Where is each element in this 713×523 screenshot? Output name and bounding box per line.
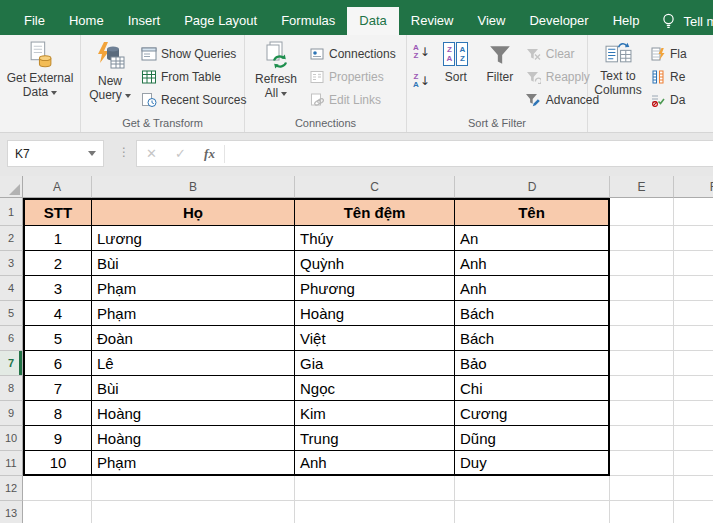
cell-B12[interactable] — [92, 476, 295, 501]
cell-D10[interactable]: Dũng — [455, 426, 610, 451]
insert-function-icon[interactable]: fx — [195, 146, 224, 162]
column-header-F[interactable]: F — [674, 176, 713, 198]
row-header-10[interactable]: 10 — [0, 426, 23, 451]
tab-help[interactable]: Help — [601, 7, 652, 35]
row-header-9[interactable]: 9 — [0, 401, 23, 426]
cell-F5[interactable] — [674, 301, 713, 326]
cell-A5[interactable]: 4 — [23, 301, 92, 326]
row-header-6[interactable]: 6 — [0, 326, 23, 351]
cell-C10[interactable]: Trung — [295, 426, 455, 451]
cell-C3[interactable]: Quỳnh — [295, 251, 455, 276]
name-box[interactable]: K7 — [7, 140, 104, 167]
cell-C6[interactable]: Việt — [295, 326, 455, 351]
edit-links-button[interactable]: Edit Links — [305, 88, 399, 111]
column-header-E[interactable]: E — [610, 176, 674, 198]
cell-B6[interactable]: Đoàn — [92, 326, 295, 351]
cell-F8[interactable] — [674, 376, 713, 401]
cell-D5[interactable]: Bách — [455, 301, 610, 326]
tab-home[interactable]: Home — [57, 7, 116, 35]
formula-input[interactable] — [225, 141, 713, 166]
cell-B13[interactable] — [92, 501, 295, 523]
tab-data[interactable]: Data — [347, 7, 398, 35]
row-header-8[interactable]: 8 — [0, 376, 23, 401]
cell-E8[interactable] — [610, 376, 674, 401]
cell-D12[interactable] — [455, 476, 610, 501]
cell-E12[interactable] — [610, 476, 674, 501]
cell-C1[interactable]: Tên đệm — [295, 198, 455, 226]
cell-A10[interactable]: 9 — [23, 426, 92, 451]
row-header-3[interactable]: 3 — [0, 251, 23, 276]
tab-insert[interactable]: Insert — [116, 7, 173, 35]
cell-D9[interactable]: Cương — [455, 401, 610, 426]
formula-bar-grip[interactable]: ⋮ — [118, 145, 130, 159]
tab-review[interactable]: Review — [399, 7, 466, 35]
cell-B10[interactable]: Hoàng — [92, 426, 295, 451]
cell-A1[interactable]: STT — [23, 198, 92, 226]
cell-B11[interactable]: Phạm — [92, 451, 295, 476]
filter-button[interactable]: Filter — [478, 37, 522, 115]
cell-B2[interactable]: Lương — [92, 226, 295, 251]
name-box-dropdown-icon[interactable] — [88, 151, 96, 156]
confirm-entry-icon[interactable]: ✓ — [166, 146, 195, 161]
cell-C13[interactable] — [295, 501, 455, 523]
cell-A2[interactable]: 1 — [23, 226, 92, 251]
cell-E3[interactable] — [610, 251, 674, 276]
cell-D8[interactable]: Chi — [455, 376, 610, 401]
cell-F10[interactable] — [674, 426, 713, 451]
from-table-button[interactable]: From Table — [137, 65, 249, 88]
cell-D6[interactable]: Bách — [455, 326, 610, 351]
cell-E13[interactable] — [610, 501, 674, 523]
cell-C7[interactable]: Gia — [295, 351, 455, 376]
cell-D2[interactable]: An — [455, 226, 610, 251]
cell-B5[interactable]: Phạm — [92, 301, 295, 326]
cell-E11[interactable] — [610, 451, 674, 476]
data-validation-button[interactable]: Da — [646, 88, 690, 111]
sort-button[interactable]: ZAAZ Sort — [434, 37, 478, 115]
row-header-1[interactable]: 1 — [0, 198, 23, 226]
row-header-7[interactable]: 7 — [0, 351, 23, 376]
row-header-2[interactable]: 2 — [0, 226, 23, 251]
tab-view[interactable]: View — [465, 7, 517, 35]
text-to-columns-button[interactable]: Text to Columns — [590, 37, 646, 115]
cell-B4[interactable]: Phạm — [92, 276, 295, 301]
cell-C4[interactable]: Phương — [295, 276, 455, 301]
cell-C12[interactable] — [295, 476, 455, 501]
cell-E5[interactable] — [610, 301, 674, 326]
cell-C5[interactable]: Hoàng — [295, 301, 455, 326]
cell-D1[interactable]: Tên — [455, 198, 610, 226]
cell-D7[interactable]: Bảo — [455, 351, 610, 376]
column-header-C[interactable]: C — [295, 176, 455, 198]
row-header-4[interactable]: 4 — [0, 276, 23, 301]
cell-B7[interactable]: Lê — [92, 351, 295, 376]
cell-F11[interactable] — [674, 451, 713, 476]
sort-ascending-button[interactable]: AZ↓ — [413, 44, 430, 60]
cell-C2[interactable]: Thúy — [295, 226, 455, 251]
cell-E2[interactable] — [610, 226, 674, 251]
cell-E4[interactable] — [610, 276, 674, 301]
refresh-all-button[interactable]: RefreshAll — [247, 37, 305, 115]
cell-E9[interactable] — [610, 401, 674, 426]
cell-E10[interactable] — [610, 426, 674, 451]
cell-D11[interactable]: Duy — [455, 451, 610, 476]
select-all-button[interactable] — [0, 176, 23, 198]
row-header-12[interactable]: 12 — [0, 476, 23, 501]
cell-B3[interactable]: Bùi — [92, 251, 295, 276]
row-header-5[interactable]: 5 — [0, 301, 23, 326]
cell-F1[interactable] — [674, 198, 713, 226]
cell-F4[interactable] — [674, 276, 713, 301]
cell-F12[interactable] — [674, 476, 713, 501]
cell-C11[interactable]: Anh — [295, 451, 455, 476]
cancel-entry-icon[interactable]: ✕ — [137, 146, 166, 161]
recent-sources-button[interactable]: Recent Sources — [137, 88, 249, 111]
column-header-D[interactable]: D — [455, 176, 610, 198]
cell-B9[interactable]: Hoàng — [92, 401, 295, 426]
cell-B1[interactable]: Họ — [92, 198, 295, 226]
tab-developer[interactable]: Developer — [517, 7, 600, 35]
tell-me-box[interactable]: Tell m — [657, 7, 713, 35]
row-header-11[interactable]: 11 — [0, 451, 23, 476]
row-header-13[interactable]: 13 — [0, 501, 23, 523]
tab-formulas[interactable]: Formulas — [269, 7, 347, 35]
cell-A11[interactable]: 10 — [23, 451, 92, 476]
cell-A7[interactable]: 6 — [23, 351, 92, 376]
cell-F13[interactable] — [674, 501, 713, 523]
